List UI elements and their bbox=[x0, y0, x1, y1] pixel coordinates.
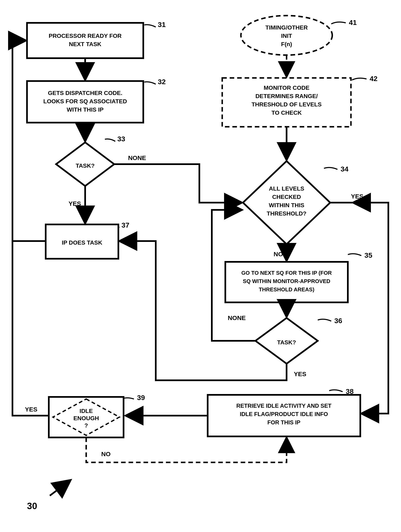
node-38-text-3: FOR THIS IP bbox=[267, 419, 300, 426]
label-42: 42 bbox=[370, 75, 377, 82]
node-35-text-2: SQ WITHIN MONITOR-APPROVED bbox=[243, 278, 330, 284]
node-dispatcher-code: GETS DISPATCHER CODE. LOOKS FOR SQ ASSOC… bbox=[27, 78, 166, 123]
node-34-text-4: THRESHOLD? bbox=[267, 210, 306, 217]
node-34-text-1: ALL LEVELS bbox=[269, 185, 304, 192]
label-fig: 30 bbox=[27, 501, 37, 511]
node-34-text-3: WITHIN THIS bbox=[269, 202, 304, 209]
node-ip-does-task: IP DOES TASK 37 bbox=[46, 221, 129, 259]
node-34-text-2: CHECKED bbox=[272, 194, 301, 200]
node-31-text-1: PROCESSOR READY FOR bbox=[49, 33, 122, 39]
figure-number: 30 bbox=[27, 480, 71, 511]
node-39-text-3: ? bbox=[84, 422, 88, 429]
svg-rect-0 bbox=[27, 23, 143, 58]
edge-36-yes: YES bbox=[294, 371, 306, 377]
edge-39-no: NO bbox=[101, 450, 111, 457]
node-41-text-3: F(n) bbox=[281, 41, 292, 47]
node-36-text: TASK? bbox=[277, 339, 296, 346]
node-task-decision-2: TASK? 36 bbox=[255, 317, 342, 364]
node-42-text-1: MONITOR CODE bbox=[264, 85, 309, 91]
edge-34-yes: YES bbox=[351, 193, 364, 200]
label-31: 31 bbox=[158, 21, 166, 28]
label-33: 33 bbox=[117, 135, 125, 143]
label-39: 39 bbox=[137, 394, 145, 401]
node-41-text-2: INIT bbox=[281, 33, 292, 39]
node-35-text-1: GO TO NEXT SQ FOR THIS IP (FOR bbox=[241, 270, 332, 276]
node-32-text-1: GETS DISPATCHER CODE. bbox=[48, 90, 122, 96]
flowchart-diagram: PROCESSOR READY FOR NEXT TASK 31 GETS DI… bbox=[0, 0, 401, 532]
node-42-text-2: DETERMINES RANGE/ bbox=[255, 93, 318, 99]
node-33-text: TASK? bbox=[76, 163, 94, 169]
node-39-text-1: IDLE bbox=[80, 408, 93, 414]
label-36: 36 bbox=[334, 317, 342, 325]
label-38: 38 bbox=[346, 387, 354, 395]
edge-36-none: NONE bbox=[228, 314, 246, 321]
node-32-text-3: WITH THIS IP bbox=[67, 106, 103, 113]
edge-33-yes: YES bbox=[68, 200, 81, 207]
label-34: 34 bbox=[340, 165, 348, 173]
label-32: 32 bbox=[158, 78, 166, 86]
node-31-text-2: NEXT TASK bbox=[69, 41, 102, 47]
node-38-text-2: IDLE FLAG/PRODUCT IDLE INFO bbox=[240, 411, 328, 417]
node-task-decision-1: TASK? 33 bbox=[56, 135, 125, 186]
edge-39-yes: YES bbox=[25, 406, 37, 413]
node-42-text-4: TO CHECK bbox=[271, 109, 302, 116]
node-monitor-code: MONITOR CODE DETERMINES RANGE/ THRESHOLD… bbox=[222, 75, 377, 127]
label-37: 37 bbox=[122, 221, 129, 229]
label-41: 41 bbox=[349, 19, 357, 26]
node-35-text-3: THRESHOLD AREAS) bbox=[259, 286, 315, 293]
label-35: 35 bbox=[364, 251, 372, 259]
edge-34-no: NO bbox=[274, 251, 283, 258]
node-42-text-3: THRESHOLD OF LEVELS bbox=[252, 101, 322, 108]
node-32-text-2: LOOKS FOR SQ ASSOCIATED bbox=[43, 98, 127, 105]
node-processor-ready: PROCESSOR READY FOR NEXT TASK 31 bbox=[27, 21, 166, 58]
edge-33-none: NONE bbox=[128, 154, 146, 161]
node-retrieve-idle: RETRIEVE IDLE ACTIVITY AND SET IDLE FLAG… bbox=[208, 387, 360, 437]
node-41-text-1: TIMING/OTHER bbox=[265, 24, 308, 31]
node-39-text-2: ENOUGH bbox=[74, 415, 99, 421]
node-go-next-sq: GO TO NEXT SQ FOR THIS IP (FOR SQ WITHIN… bbox=[225, 251, 372, 302]
node-38-text-1: RETRIEVE IDLE ACTIVITY AND SET bbox=[236, 403, 332, 409]
node-37-text: IP DOES TASK bbox=[62, 239, 102, 246]
